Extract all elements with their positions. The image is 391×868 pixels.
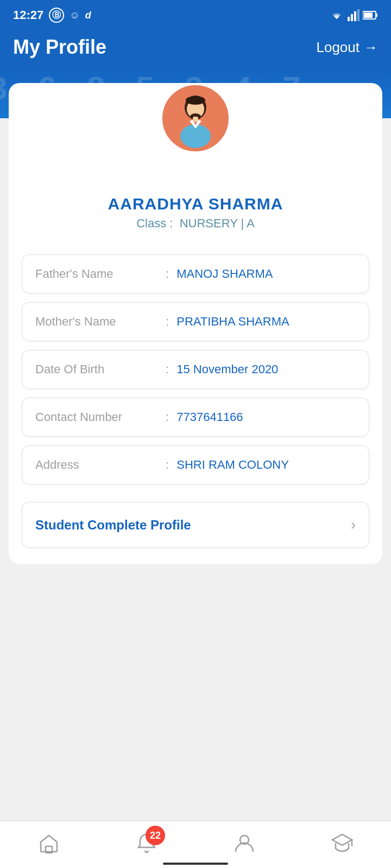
status-bar: 12:27 Ⓑ ☺ d [0, 0, 391, 30]
status-left: 12:27 Ⓑ ☺ d [13, 8, 91, 23]
avatar-svg [166, 88, 225, 148]
svg-rect-0 [348, 17, 350, 21]
nav-item-home[interactable] [37, 831, 61, 855]
class-label: Class : [136, 216, 173, 230]
address-value: SHRI RAM COLONY [176, 458, 289, 472]
chevron-right-icon: › [351, 516, 356, 533]
mother-name-value: PRATIBHA SHARMA [176, 315, 289, 329]
dob-label: Date Of Birth [35, 362, 166, 376]
dob-value: 15 November 2020 [176, 362, 278, 376]
svg-rect-6 [376, 14, 377, 17]
mother-name-separator: : [166, 315, 172, 329]
status-icon-d: d [85, 10, 91, 21]
father-name-value: MANOJ SHARMA [176, 267, 273, 281]
complete-profile-label: Student Complete Profile [35, 518, 191, 533]
academics-icon [330, 831, 354, 855]
app-header: My Profile Logout → [0, 30, 391, 69]
student-name: AARADHYA SHARMA [22, 162, 369, 213]
profile-info: AARADHYA SHARMA Class : NURSERY | A [9, 154, 382, 254]
svg-rect-5 [364, 12, 373, 18]
logout-icon: → [364, 39, 378, 56]
svg-point-9 [186, 96, 205, 105]
student-class: Class : NURSERY | A [22, 216, 369, 244]
home-indicator [0, 863, 391, 865]
bottom-navigation: 22 [0, 821, 391, 868]
father-name-label: Father's Name [35, 267, 166, 281]
person-icon [232, 831, 256, 855]
page-title: My Profile [13, 36, 106, 59]
contact-separator: : [166, 410, 172, 424]
mother-name-label: Mother's Name [35, 315, 166, 329]
svg-rect-12 [193, 117, 198, 122]
contact-label: Contact Number [35, 410, 166, 424]
status-icon-b: Ⓑ [49, 8, 64, 23]
dob-row: Date Of Birth : 15 November 2020 [22, 350, 369, 389]
father-name-separator: : [166, 267, 172, 281]
contact-row: Contact Number : 7737641166 [22, 398, 369, 437]
info-list: Father's Name : MANOJ SHARMA Mother's Na… [9, 254, 382, 548]
nav-item-academics[interactable] [330, 831, 354, 855]
notification-badge: 22 [146, 826, 165, 845]
status-icon-face: ☺ [70, 10, 79, 21]
home-indicator-bar [163, 863, 228, 865]
father-name-row: Father's Name : MANOJ SHARMA [22, 254, 369, 293]
contact-value: 7737641166 [176, 410, 243, 424]
logout-label: Logout [316, 39, 360, 56]
dob-separator: : [166, 362, 172, 376]
complete-profile-button[interactable]: Student Complete Profile › [22, 502, 369, 548]
avatar-container [9, 83, 382, 154]
svg-rect-2 [354, 11, 356, 21]
address-row: Address : SHRI RAM COLONY [22, 445, 369, 484]
mother-name-row: Mother's Name : PRATIBHA SHARMA [22, 302, 369, 341]
wifi-icon [329, 9, 344, 21]
avatar [160, 83, 231, 154]
svg-rect-1 [351, 14, 353, 21]
logout-button[interactable]: Logout → [316, 39, 378, 56]
address-separator: : [166, 458, 172, 472]
status-right [329, 9, 378, 21]
battery-icon [363, 10, 378, 20]
address-label: Address [35, 458, 166, 472]
nav-item-profile[interactable] [232, 831, 256, 855]
signal-icon [348, 9, 360, 21]
svg-rect-3 [357, 9, 360, 21]
nav-item-notifications[interactable]: 22 [135, 831, 159, 855]
home-icon [37, 831, 61, 855]
status-time: 12:27 [13, 8, 43, 22]
class-value: NURSERY | A [180, 216, 255, 230]
